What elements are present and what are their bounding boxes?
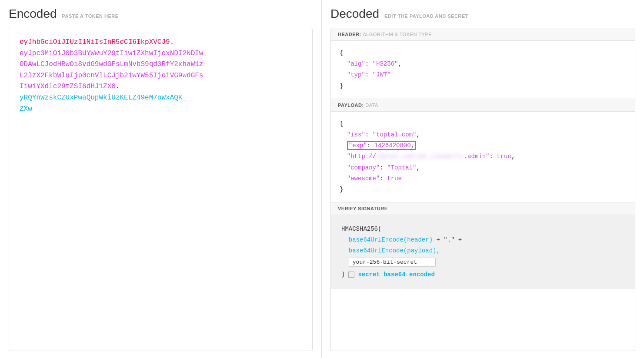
encoded-title: Encoded	[9, 7, 57, 21]
payload-awesome-key: "awesome"	[347, 175, 380, 182]
header-open-brace: {	[340, 50, 343, 56]
token-dot-2: .	[116, 83, 120, 90]
encoded-header: Encoded PASTE A TOKEN HERE	[9, 7, 313, 21]
payload-url-blur: toptal.com/jwt_claims/is	[376, 151, 464, 162]
encoded-token-box[interactable]: eyJhbGciOiJIUzI1NiIsInR5cCI6IkpXVCJ9. ey…	[9, 28, 313, 351]
payload-http-key: "http://	[347, 153, 376, 160]
payload-awesome-value: true	[387, 175, 402, 182]
payload-iss-key: "iss"	[347, 131, 365, 138]
payload-close-brace: }	[340, 186, 343, 193]
decoded-title: Decoded	[330, 7, 379, 21]
header-typ-key: "typ"	[347, 71, 365, 78]
verify-func-name: HMACSHA256(	[341, 225, 381, 232]
header-section: HEADER: ALGORITHM & TOKEN TYPE { "alg": …	[331, 28, 635, 99]
token-part2-line3: L2lzX2FkbWluIjp0cnVlLCJjb21wYW55IjoiVG9w…	[20, 72, 203, 80]
header-close-brace: }	[340, 83, 343, 90]
token-part1: eyJhbGciOiJIUzI1NiIsInR5cCI6IkpXVCJ9	[20, 38, 170, 46]
token-part2-line4: IiwiYXdlc29tZSI6dHJ1ZX0	[20, 83, 116, 90]
payload-iss-value: "toptal.com"	[373, 131, 417, 138]
token-part2-line1: eyJpc3MiOiJ0b3BUYWwuY29tIiwiZXhwIjoxNDI2…	[20, 50, 203, 57]
encoded-subtitle: PASTE A TOKEN HERE	[62, 13, 119, 19]
header-alg-value: "HS256"	[373, 60, 398, 67]
verify-close-paren: )	[341, 269, 345, 280]
header-section-body[interactable]: { "alg": "HS256", "typ": "JWT" }	[331, 41, 635, 99]
verify-section: VERIFY SIGNATURE HMACSHA256( base64UrlEn…	[331, 202, 635, 351]
verify-plus1: + "." +	[436, 236, 462, 243]
token-part2-line2: ODAwLCJodHRwOi8vdG9wdGFsLmNvbS9qd3RfY2xh…	[20, 60, 203, 68]
verify-section-label-bar: VERIFY SIGNATURE	[331, 202, 635, 215]
payload-exp-value: 1426420800	[374, 142, 411, 149]
payload-label-secondary: DATA	[365, 103, 378, 108]
encoded-panel: Encoded PASTE A TOKEN HERE eyJhbGciOiJIU…	[0, 0, 322, 358]
header-alg-key: "alg"	[347, 60, 365, 67]
payload-section-label-bar: PAYLOAD: DATA	[331, 99, 635, 112]
header-label: HEADER:	[338, 32, 361, 37]
verify-label: VERIFY SIGNATURE	[338, 206, 388, 211]
payload-open-brace: {	[340, 120, 343, 127]
verify-param2: base64UrlEncode(payload),	[349, 247, 440, 254]
payload-admin-key: .admin"	[464, 153, 490, 160]
header-typ-value: "JWT"	[373, 71, 391, 78]
payload-section-body[interactable]: { "iss": "toptal.com", "exp": 1426420800…	[331, 112, 635, 202]
verify-section-body: HMACSHA256( base64UrlEncode(header) + ".…	[331, 215, 635, 289]
decoded-header: Decoded EDIT THE PAYLOAD AND SECRET	[330, 7, 635, 21]
header-section-label-bar: HEADER: ALGORITHM & TOKEN TYPE	[331, 28, 635, 41]
token-part3-line1: yRQYnWzskCZUxPwaQupWkiUzKELZ49eM7oWxAQK_	[20, 94, 187, 102]
verify-param1: base64UrlEncode(header)	[349, 236, 433, 243]
secret-base64-checkbox[interactable]	[348, 272, 354, 278]
secret-encoded-row: ) secret base64 encoded	[341, 269, 624, 280]
token-dot-1: .	[170, 38, 174, 46]
payload-exp-highlight: "exp": 1426420800,	[347, 141, 416, 150]
payload-section: PAYLOAD: DATA { "iss": "toptal.com", "ex…	[331, 99, 635, 202]
payload-company-key: "company"	[347, 164, 380, 171]
payload-company-value: "Toptal"	[387, 164, 416, 171]
decoded-subtitle: EDIT THE PAYLOAD AND SECRET	[384, 13, 468, 19]
payload-label: PAYLOAD:	[338, 103, 364, 108]
header-label-secondary: ALGORITHM & TOKEN TYPE	[363, 32, 432, 37]
decoded-panel: Decoded EDIT THE PAYLOAD AND SECRET HEAD…	[322, 0, 644, 358]
payload-admin-value: true	[497, 153, 511, 160]
decoded-sections: HEADER: ALGORITHM & TOKEN TYPE { "alg": …	[330, 28, 635, 351]
secret-base64-label: secret base64 encoded	[358, 269, 434, 280]
token-part3-line2: ZXw	[20, 105, 32, 113]
secret-input[interactable]	[349, 258, 436, 267]
payload-exp-key: "exp"	[349, 142, 367, 149]
